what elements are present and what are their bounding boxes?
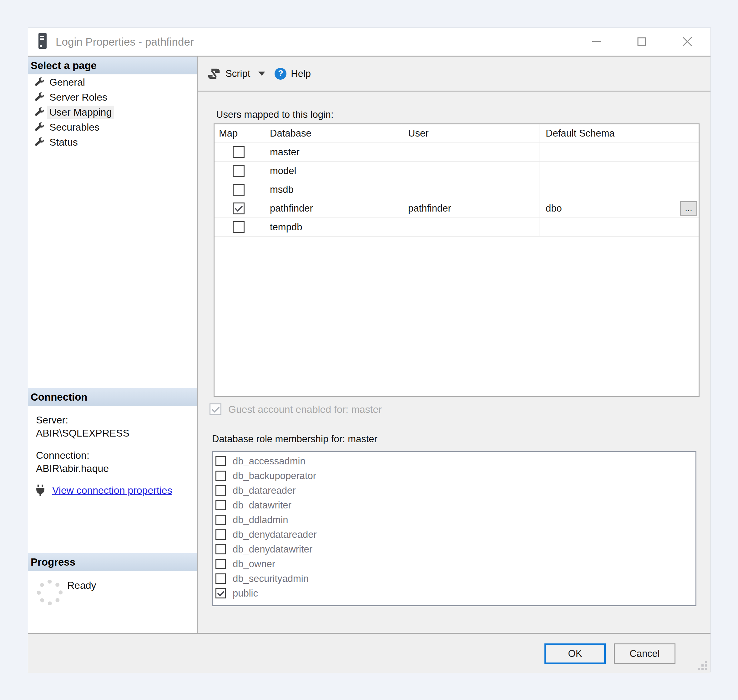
database-cell: model — [263, 162, 401, 180]
database-name: model — [270, 165, 296, 176]
default-schema-value: dbo — [546, 203, 562, 214]
close-button[interactable] — [678, 32, 697, 51]
browse-schema-button[interactable]: ... — [680, 201, 697, 216]
role-item-db_backupoperator[interactable]: db_backupoperator — [213, 468, 695, 483]
role-label: public — [233, 588, 258, 599]
role-item-db_datareader[interactable]: db_datareader — [213, 483, 695, 498]
role-item-db_denydatawriter[interactable]: db_denydatawriter — [213, 542, 695, 557]
map-checkbox[interactable] — [233, 165, 245, 177]
sidebar-item-label: User Mapping — [47, 106, 114, 119]
column-header-user: User — [401, 124, 539, 143]
role-label: db_backupoperator — [233, 470, 316, 482]
sidebar-item-user-mapping[interactable]: User Mapping — [28, 105, 197, 120]
connection-value: ABIR\abir.haque — [36, 462, 109, 475]
sidebar-item-label: Server Roles — [47, 91, 110, 104]
wrench-icon — [34, 76, 45, 88]
server-value: ABIR\SQLEXPRESS — [36, 426, 130, 440]
page-list: General Server Roles User Mapping Secura… — [28, 75, 197, 150]
map-checkbox[interactable] — [233, 221, 245, 233]
sidebar-item-general[interactable]: General — [28, 75, 197, 90]
sidebar-item-status[interactable]: Status — [28, 135, 197, 150]
script-label: Script — [225, 68, 250, 79]
minimize-button[interactable] — [587, 32, 606, 51]
role-checkbox[interactable] — [215, 574, 226, 584]
table-row-model: model — [215, 162, 698, 180]
select-a-page-header: Select a page — [28, 57, 197, 74]
role-item-db_datawriter[interactable]: db_datawriter — [213, 498, 695, 513]
role-checkbox[interactable] — [215, 529, 226, 540]
role-label: db_datawriter — [233, 500, 292, 511]
user-mapping-page: Users mapped to this login: Map Database… — [198, 91, 710, 633]
wrench-icon — [34, 122, 45, 133]
script-icon — [207, 67, 221, 80]
role-item-public[interactable]: public — [213, 586, 695, 601]
user-cell — [401, 143, 539, 161]
role-checkbox[interactable] — [215, 485, 226, 496]
minimize-icon — [591, 35, 603, 48]
role-checkbox[interactable] — [215, 544, 226, 554]
default-schema-cell: dbo ... — [539, 199, 698, 218]
users-mapped-label: Users mapped to this login: — [216, 108, 334, 122]
sidebar: Select a page General Server Roles User … — [28, 57, 198, 633]
role-membership-label: Database role membership for: master — [212, 432, 377, 446]
user-mapping-table: Map Database User Default Schema master … — [214, 124, 700, 397]
role-checkbox[interactable] — [215, 471, 226, 481]
desktop-background: Login Properties - pathfinder Select a — [0, 0, 738, 700]
role-checkbox[interactable] — [215, 559, 226, 569]
role-label: db_owner — [233, 559, 275, 570]
progress-header: Progress — [28, 553, 197, 571]
database-cell: tempdb — [263, 218, 401, 236]
map-cell — [215, 218, 263, 236]
maximize-button[interactable] — [632, 32, 651, 51]
guest-account-label: Guest account enabled for: master — [228, 404, 382, 415]
role-label: db_denydatawriter — [233, 544, 312, 555]
map-checkbox[interactable] — [233, 203, 245, 215]
dialog-footer: OK Cancel — [28, 633, 710, 673]
user-name: pathfinder — [408, 203, 451, 214]
role-label: db_denydatareader — [233, 529, 317, 540]
column-header-database: Database — [263, 124, 401, 143]
role-item-db_denydatareader[interactable]: db_denydatareader — [213, 527, 695, 542]
database-name: pathfinder — [270, 203, 313, 214]
role-item-db_accessadmin[interactable]: db_accessadmin — [213, 454, 695, 468]
help-button[interactable]: ? Help — [265, 68, 311, 80]
role-label: db_datareader — [233, 485, 296, 496]
database-cell: pathfinder — [263, 199, 401, 218]
user-cell: pathfinder — [401, 199, 539, 218]
ok-button[interactable]: OK — [544, 643, 606, 664]
database-cell: msdb — [263, 180, 401, 199]
script-button[interactable]: Script — [207, 67, 250, 80]
wrench-icon — [34, 107, 45, 118]
map-checkbox[interactable] — [233, 146, 245, 158]
role-checkbox[interactable] — [215, 500, 226, 510]
database-cell: master — [263, 143, 401, 161]
connection-label: Connection: — [36, 449, 109, 462]
login-properties-dialog: Login Properties - pathfinder Select a — [28, 28, 710, 672]
cancel-button[interactable]: Cancel — [614, 643, 675, 664]
role-checkbox[interactable] — [215, 515, 226, 525]
role-item-db_owner[interactable]: db_owner — [213, 557, 695, 571]
table-body: master model msdb — [215, 143, 698, 237]
sidebar-item-securables[interactable]: Securables — [28, 120, 197, 135]
script-dropdown-icon[interactable] — [258, 72, 265, 76]
map-checkbox[interactable] — [233, 184, 245, 196]
role-item-db_securityadmin[interactable]: db_securityadmin — [213, 571, 695, 586]
sidebar-item-label: Securables — [47, 121, 102, 134]
maximize-icon — [635, 35, 648, 48]
role-checkbox[interactable] — [215, 456, 226, 466]
role-checkbox[interactable] — [215, 588, 226, 599]
user-cell — [401, 218, 539, 236]
sidebar-item-label: General — [47, 76, 88, 89]
help-label: Help — [291, 68, 311, 79]
role-item-db_ddladmin[interactable]: db_ddladmin — [213, 513, 695, 527]
table-header-row: Map Database User Default Schema — [215, 124, 698, 143]
map-cell — [215, 199, 263, 218]
view-connection-properties-link[interactable]: View connection properties — [52, 485, 172, 496]
help-icon: ? — [275, 68, 286, 80]
role-label: db_ddladmin — [233, 515, 288, 526]
resize-grip[interactable] — [698, 661, 707, 670]
column-header-map: Map — [215, 124, 263, 143]
table-row-master: master — [215, 143, 698, 162]
sidebar-item-server-roles[interactable]: Server Roles — [28, 90, 197, 105]
toolbar: Script ? Help — [198, 57, 710, 91]
